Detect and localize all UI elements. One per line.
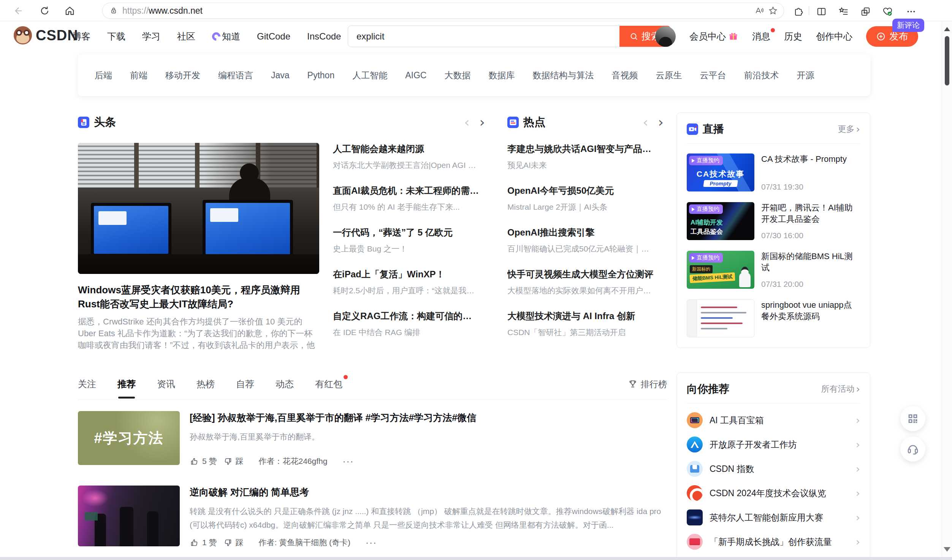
hotspot-item[interactable]: 李建忠与姚欣共话AGI智变与产品… 预见AI未来 — [507, 143, 669, 171]
live-item-title[interactable]: 开箱吧，腾讯云！AI辅助开发工具品鉴会 — [761, 202, 860, 225]
toutiao-prev-icon[interactable]: ‹ — [464, 115, 469, 129]
recommend-item-newbie-challenge[interactable]: 「新手期成长挑战」创作获流量 › — [687, 530, 860, 554]
leaderboard-link[interactable]: 排行榜 — [628, 378, 667, 390]
feed-article[interactable]: #学习方法 [经验] 孙叔敖举于海,百里奚举于市的翻译 #学习方法#学习方法#微… — [78, 411, 667, 467]
messages-link[interactable]: 消息 — [752, 30, 770, 43]
like-button[interactable]: 5 赞 — [190, 456, 217, 467]
news-title[interactable]: 大模型技术演进与 AI Infra 创新 — [507, 310, 669, 322]
dislike-button[interactable]: 踩 — [223, 537, 244, 548]
live-item[interactable]: 直播预约 CA技术故事 Prompty CA 技术故事 - Prompty 07… — [687, 153, 860, 191]
scrollbar-thumb[interactable] — [945, 36, 949, 85]
toutiao-item[interactable]: 一行代码，“葬送”了 5 亿欧元 史上最贵 Bug 之一！ — [333, 226, 490, 254]
hotspot-prev-icon[interactable]: ‹ — [643, 115, 648, 129]
split-screen-button[interactable] — [814, 4, 828, 19]
like-button[interactable]: 1 赞 — [190, 537, 217, 548]
category-frontier[interactable]: 前沿技术 — [744, 70, 779, 81]
category-ai[interactable]: 人工智能 — [352, 70, 387, 81]
toutiao-item[interactable]: 自定义RAG工作流：构建可信的… 在 IDE 中结合 RAG 编排 — [333, 310, 490, 338]
customer-service-button[interactable] — [900, 437, 925, 462]
news-title[interactable]: OpenAI今年亏损50亿美元 — [507, 185, 669, 197]
category-java[interactable]: Java — [271, 70, 290, 81]
tab-follow[interactable]: 关注 — [78, 378, 96, 390]
tab-selfrec[interactable]: 自荐 — [236, 378, 254, 390]
live-item[interactable]: 直播预约 新国标的 储能BMS HiL测试 新国标的储能BMS HiL测试 07… — [687, 251, 860, 289]
featured-image[interactable] — [78, 143, 319, 274]
nav-community[interactable]: 社区 — [177, 30, 195, 43]
news-title[interactable]: 在iPad上「复活」WinXP！ — [333, 268, 490, 280]
news-title[interactable]: 一行代码，“葬送”了 5 亿欧元 — [333, 226, 490, 239]
category-mobile[interactable]: 移动开发 — [165, 70, 200, 81]
scroll-down-icon[interactable] — [944, 547, 950, 552]
toutiao-item[interactable]: 直面AI裁员危机：未来工程师的需… 但只有 10% 的 AI 老手能生存下来..… — [333, 185, 490, 212]
article-title[interactable]: 逆向破解 对汇编的 简单思考 — [190, 486, 667, 498]
category-lang[interactable]: 编程语言 — [218, 70, 253, 81]
nav-gitcode[interactable]: GitCode — [257, 31, 290, 42]
live-item-title[interactable]: CA 技术故事 - Prompty — [761, 153, 860, 165]
live-item[interactable]: 直播预约 AI辅助开发 工具品鉴会 开箱吧，腾讯云！AI辅助开发工具品鉴会 07… — [687, 202, 860, 240]
url-text[interactable]: https://www.csdn.net — [122, 6, 752, 16]
recommend-item-conference[interactable]: CSDN 2024年度技术会议纵览 › — [687, 481, 860, 505]
news-title[interactable]: 人工智能会越来越闭源 — [333, 143, 490, 155]
live-thumbnail[interactable]: 直播预约 新国标的 储能BMS HiL测试 — [687, 251, 754, 289]
article-thumbnail[interactable] — [78, 486, 180, 546]
news-title[interactable]: 快手可灵视频生成大模型全方位测评 — [507, 268, 669, 280]
member-center-link[interactable]: 会员中心 — [689, 30, 738, 43]
hotspot-item[interactable]: 大模型技术演进与 AI Infra 创新 CSDN「智研社」第三期活动开启 — [507, 310, 669, 338]
category-backend[interactable]: 后端 — [95, 70, 112, 81]
tab-moments[interactable]: 动态 — [276, 378, 294, 390]
nav-learn[interactable]: 学习 — [142, 30, 160, 43]
category-dsa[interactable]: 数据结构与算法 — [532, 70, 594, 81]
news-title[interactable]: OpenAI推出搜索引擎 — [507, 226, 669, 239]
article-thumbnail[interactable]: #学习方法 — [78, 411, 180, 465]
collections-button[interactable] — [836, 4, 851, 19]
creator-center-link[interactable]: 创作中心 — [816, 30, 852, 43]
article-author[interactable]: 作者: 黄鱼脑干细胞 (奇卡) — [259, 537, 351, 548]
recommend-item-intel-contest[interactable]: 英特尔人工智能创新应用大赛 › — [687, 505, 860, 530]
scroll-up-icon[interactable] — [944, 27, 950, 31]
category-database[interactable]: 数据库 — [488, 70, 515, 81]
featured-story[interactable]: Windows蓝屏受灾者仅获赔10美元，程序员激辩用Rust能否改写史上最大IT… — [78, 143, 319, 352]
more-options-icon[interactable]: ··· — [342, 456, 354, 467]
toutiao-item[interactable]: 在iPad上「复活」WinXP！ 耗时2.5小时后，用户直呼：“这就是我… — [333, 268, 490, 296]
category-av[interactable]: 音视频 — [611, 70, 638, 81]
live-item-title[interactable]: 新国标的储能BMS HiL测试 — [761, 251, 860, 274]
recommend-item-openatom[interactable]: 开放原子开发者工作坊 › — [687, 432, 860, 457]
hotspot-next-icon[interactable]: › — [658, 115, 664, 129]
news-title[interactable]: 李建忠与姚欣共话AGI智变与产品… — [507, 143, 669, 155]
qr-code-button[interactable] — [900, 406, 925, 431]
live-item[interactable]: springboot vue uniapp点餐外卖系统源码 — [687, 299, 860, 337]
nav-blog[interactable]: 博客 — [72, 30, 90, 43]
category-python[interactable]: Python — [307, 70, 335, 81]
live-thumbnail[interactable]: 直播预约 CA技术故事 Prompty — [687, 153, 754, 191]
category-cloud[interactable]: 云平台 — [700, 70, 726, 81]
tab-redpacket[interactable]: 有红包 — [315, 378, 342, 390]
category-bigdata[interactable]: 大数据 — [444, 70, 470, 81]
history-link[interactable]: 历史 — [784, 30, 802, 43]
article-title[interactable]: [经验] 孙叔敖举于海,百里奚举于市的翻译 #学习方法#学习方法#微信 — [190, 411, 667, 424]
hotspot-item[interactable]: OpenAI今年亏损50亿美元 Mistral Large 2开源｜AI头条 — [507, 185, 669, 212]
refresh-button[interactable] — [37, 3, 52, 18]
feed-article[interactable]: 逆向破解 对汇编的 简单思考 转跳 是没有什么说头的 只是正确条件跳 (jz j… — [78, 486, 667, 548]
address-bar[interactable]: https://www.csdn.net — [103, 3, 784, 18]
category-frontend[interactable]: 前端 — [130, 70, 147, 81]
hotspot-item[interactable]: OpenAI推出搜索引擎 百川智能确认已完成50亿元A轮融资｜… — [507, 226, 669, 254]
browser-settings-button[interactable] — [904, 4, 918, 19]
toutiao-item[interactable]: 人工智能会越来越闭源 对话东北大学副教授王言治|Open AGI … — [333, 143, 490, 171]
hotspot-item[interactable]: 快手可灵视频生成大模型全方位测评 大模型落地的实际效果如何离不开用户… — [507, 268, 669, 296]
category-opensource[interactable]: 开源 — [797, 70, 814, 81]
live-thumbnail[interactable]: 直播预约 AI辅助开发 工具品鉴会 — [687, 202, 754, 240]
new-comment-badge[interactable]: 新评论 — [892, 19, 924, 32]
avatar[interactable] — [655, 26, 676, 47]
tab-ranking[interactable]: 热榜 — [196, 378, 215, 390]
featured-headline[interactable]: Windows蓝屏受灾者仅获赔10美元，程序员激辩用Rust能否改写史上最大IT… — [78, 283, 319, 311]
read-aloud-button[interactable] — [752, 4, 766, 17]
news-title[interactable]: 直面AI裁员危机：未来工程师的需… — [333, 185, 490, 197]
duplicate-tab-button[interactable] — [858, 4, 873, 19]
browser-essentials-button[interactable] — [880, 4, 895, 19]
tab-recommend[interactable]: 推荐 — [117, 378, 136, 390]
scrollbar[interactable] — [942, 22, 952, 557]
recommend-item-csdn-index[interactable]: CSDN 指数 › — [687, 457, 860, 481]
nav-inscode[interactable]: InsCode — [307, 31, 341, 42]
search-input[interactable] — [348, 26, 619, 47]
all-activities-link[interactable]: 所有活动› — [821, 383, 860, 395]
